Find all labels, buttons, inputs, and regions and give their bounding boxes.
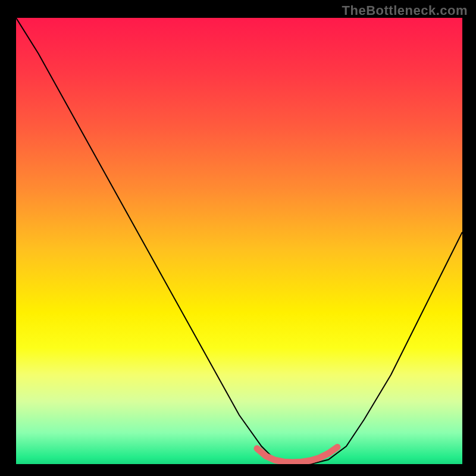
watermark-text: TheBottleneck.com	[342, 3, 468, 18]
chart-frame: TheBottleneck.com	[0, 0, 476, 476]
plot-area	[16, 18, 462, 464]
bottleneck-chart	[16, 18, 462, 464]
gradient-background	[16, 18, 462, 464]
